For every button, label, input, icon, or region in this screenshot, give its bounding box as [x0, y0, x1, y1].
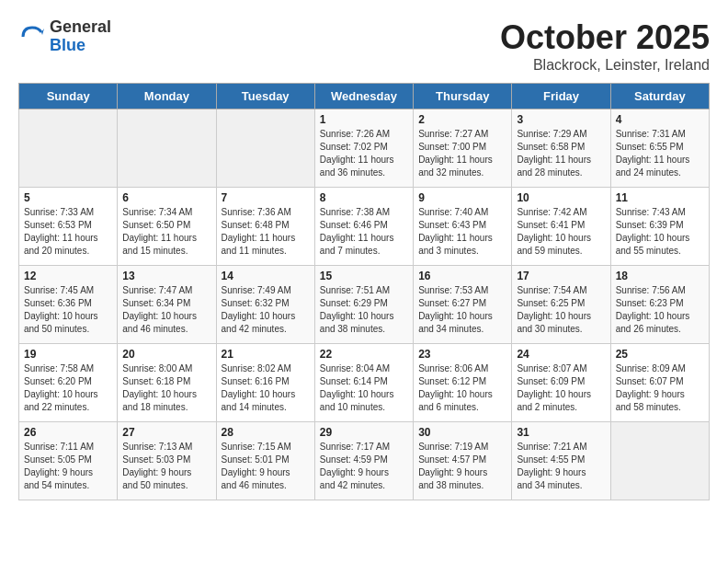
day-info: Sunrise: 8:02 AM Sunset: 6:16 PM Dayligh…	[222, 362, 310, 414]
day-info: Sunrise: 7:15 AM Sunset: 5:01 PM Dayligh…	[222, 441, 310, 492]
day-info: Sunrise: 7:40 AM Sunset: 6:43 PM Dayligh…	[418, 206, 506, 258]
day-info: Sunrise: 7:17 AM Sunset: 4:59 PM Dayligh…	[320, 441, 408, 492]
day-info: Sunrise: 7:38 AM Sunset: 6:46 PM Dayligh…	[320, 206, 408, 258]
calendar-row-4: 26Sunrise: 7:11 AM Sunset: 5:05 PM Dayli…	[19, 422, 710, 500]
day-info: Sunrise: 7:53 AM Sunset: 6:27 PM Dayligh…	[418, 284, 506, 336]
day-info: Sunrise: 7:56 AM Sunset: 6:23 PM Dayligh…	[616, 284, 704, 336]
day-number: 13	[122, 270, 210, 282]
logo-text: General Blue	[50, 18, 111, 55]
logo-blue: Blue	[50, 37, 111, 55]
calendar-cell: 13Sunrise: 7:47 AM Sunset: 6:34 PM Dayli…	[118, 266, 216, 344]
calendar-cell: 7Sunrise: 7:36 AM Sunset: 6:48 PM Daylig…	[216, 188, 314, 266]
calendar-row-2: 12Sunrise: 7:45 AM Sunset: 6:36 PM Dayli…	[19, 266, 710, 344]
calendar-cell: 5Sunrise: 7:33 AM Sunset: 6:53 PM Daylig…	[19, 188, 118, 266]
calendar-cell: 30Sunrise: 7:19 AM Sunset: 4:57 PM Dayli…	[414, 422, 512, 500]
day-number: 18	[616, 270, 704, 282]
calendar-cell	[118, 109, 216, 188]
day-number: 24	[517, 348, 605, 361]
calendar-cell: 31Sunrise: 7:21 AM Sunset: 4:55 PM Dayli…	[512, 422, 610, 500]
header-row: Sunday Monday Tuesday Wednesday Thursday…	[19, 84, 710, 109]
day-info: Sunrise: 7:49 AM Sunset: 6:32 PM Dayligh…	[222, 284, 310, 336]
col-wednesday: Wednesday	[314, 84, 413, 109]
logo-icon	[18, 23, 46, 51]
calendar-cell: 21Sunrise: 8:02 AM Sunset: 6:16 PM Dayli…	[216, 344, 314, 422]
calendar-cell: 10Sunrise: 7:42 AM Sunset: 6:41 PM Dayli…	[512, 188, 610, 266]
calendar-row-1: 5Sunrise: 7:33 AM Sunset: 6:53 PM Daylig…	[19, 188, 710, 266]
calendar-cell: 24Sunrise: 8:07 AM Sunset: 6:09 PM Dayli…	[512, 344, 610, 422]
calendar-cell: 1Sunrise: 7:26 AM Sunset: 7:02 PM Daylig…	[314, 109, 413, 188]
day-info: Sunrise: 7:27 AM Sunset: 7:00 PM Dayligh…	[418, 128, 506, 179]
calendar-cell: 8Sunrise: 7:38 AM Sunset: 6:46 PM Daylig…	[314, 188, 413, 266]
col-thursday: Thursday	[414, 84, 512, 109]
day-info: Sunrise: 7:36 AM Sunset: 6:48 PM Dayligh…	[222, 206, 310, 258]
day-number: 30	[418, 426, 506, 439]
title-block: October 2025 Blackrock, Leinster, Irelan…	[500, 18, 710, 74]
day-info: Sunrise: 8:04 AM Sunset: 6:14 PM Dayligh…	[320, 362, 408, 414]
calendar-cell: 29Sunrise: 7:17 AM Sunset: 4:59 PM Dayli…	[314, 422, 413, 500]
calendar-cell: 26Sunrise: 7:11 AM Sunset: 5:05 PM Dayli…	[19, 422, 118, 500]
day-number: 7	[222, 191, 310, 204]
calendar-row-0: 1Sunrise: 7:26 AM Sunset: 7:02 PM Daylig…	[19, 109, 710, 188]
day-number: 27	[122, 426, 210, 439]
day-info: Sunrise: 8:00 AM Sunset: 6:18 PM Dayligh…	[122, 362, 210, 414]
day-info: Sunrise: 7:19 AM Sunset: 4:57 PM Dayligh…	[418, 441, 506, 492]
day-number: 14	[222, 270, 310, 282]
day-info: Sunrise: 7:42 AM Sunset: 6:41 PM Dayligh…	[517, 206, 605, 258]
day-number: 10	[517, 191, 605, 204]
calendar-cell: 4Sunrise: 7:31 AM Sunset: 6:55 PM Daylig…	[610, 109, 709, 188]
day-number: 6	[122, 191, 210, 204]
day-number: 22	[320, 348, 408, 361]
day-number: 16	[418, 270, 506, 282]
calendar-cell: 20Sunrise: 8:00 AM Sunset: 6:18 PM Dayli…	[118, 344, 216, 422]
day-info: Sunrise: 7:58 AM Sunset: 6:20 PM Dayligh…	[24, 362, 112, 414]
calendar-cell: 11Sunrise: 7:43 AM Sunset: 6:39 PM Dayli…	[610, 188, 709, 266]
calendar-cell: 17Sunrise: 7:54 AM Sunset: 6:25 PM Dayli…	[512, 266, 610, 344]
location-subtitle: Blackrock, Leinster, Ireland	[500, 57, 710, 74]
day-info: Sunrise: 7:54 AM Sunset: 6:25 PM Dayligh…	[517, 284, 605, 336]
calendar-cell	[610, 422, 709, 500]
day-number: 4	[616, 113, 704, 126]
calendar-cell: 23Sunrise: 8:06 AM Sunset: 6:12 PM Dayli…	[414, 344, 512, 422]
calendar-cell: 14Sunrise: 7:49 AM Sunset: 6:32 PM Dayli…	[216, 266, 314, 344]
col-sunday: Sunday	[19, 84, 118, 109]
day-info: Sunrise: 8:07 AM Sunset: 6:09 PM Dayligh…	[517, 362, 605, 414]
day-info: Sunrise: 7:34 AM Sunset: 6:50 PM Dayligh…	[122, 206, 210, 258]
calendar-cell: 9Sunrise: 7:40 AM Sunset: 6:43 PM Daylig…	[414, 188, 512, 266]
day-number: 25	[616, 348, 704, 361]
calendar-cell	[19, 109, 118, 188]
calendar-cell: 22Sunrise: 8:04 AM Sunset: 6:14 PM Dayli…	[314, 344, 413, 422]
day-number: 1	[320, 113, 408, 126]
day-info: Sunrise: 7:21 AM Sunset: 4:55 PM Dayligh…	[517, 441, 605, 492]
calendar-cell: 15Sunrise: 7:51 AM Sunset: 6:29 PM Dayli…	[314, 266, 413, 344]
day-number: 31	[517, 426, 605, 439]
day-number: 8	[320, 191, 408, 204]
logo: General Blue	[18, 18, 111, 55]
day-info: Sunrise: 8:09 AM Sunset: 6:07 PM Dayligh…	[616, 362, 704, 414]
day-number: 12	[24, 270, 112, 282]
day-info: Sunrise: 7:29 AM Sunset: 6:58 PM Dayligh…	[517, 128, 605, 179]
calendar-cell: 2Sunrise: 7:27 AM Sunset: 7:00 PM Daylig…	[414, 109, 512, 188]
day-info: Sunrise: 7:47 AM Sunset: 6:34 PM Dayligh…	[122, 284, 210, 336]
calendar-cell: 27Sunrise: 7:13 AM Sunset: 5:03 PM Dayli…	[118, 422, 216, 500]
day-number: 21	[222, 348, 310, 361]
day-info: Sunrise: 7:31 AM Sunset: 6:55 PM Dayligh…	[616, 128, 704, 179]
day-info: Sunrise: 7:51 AM Sunset: 6:29 PM Dayligh…	[320, 284, 408, 336]
day-number: 9	[418, 191, 506, 204]
logo-general: General	[50, 18, 111, 37]
col-tuesday: Tuesday	[216, 84, 314, 109]
day-number: 19	[24, 348, 112, 361]
day-info: Sunrise: 7:43 AM Sunset: 6:39 PM Dayligh…	[616, 206, 704, 258]
day-info: Sunrise: 8:06 AM Sunset: 6:12 PM Dayligh…	[418, 362, 506, 414]
day-number: 28	[222, 426, 310, 439]
calendar-cell: 3Sunrise: 7:29 AM Sunset: 6:58 PM Daylig…	[512, 109, 610, 188]
day-number: 29	[320, 426, 408, 439]
calendar-cell: 18Sunrise: 7:56 AM Sunset: 6:23 PM Dayli…	[610, 266, 709, 344]
day-number: 5	[24, 191, 112, 204]
day-number: 11	[616, 191, 704, 204]
col-saturday: Saturday	[610, 84, 709, 109]
calendar-cell: 28Sunrise: 7:15 AM Sunset: 5:01 PM Dayli…	[216, 422, 314, 500]
day-info: Sunrise: 7:13 AM Sunset: 5:03 PM Dayligh…	[122, 441, 210, 492]
day-info: Sunrise: 7:45 AM Sunset: 6:36 PM Dayligh…	[24, 284, 112, 336]
day-number: 2	[418, 113, 506, 126]
day-number: 26	[24, 426, 112, 439]
